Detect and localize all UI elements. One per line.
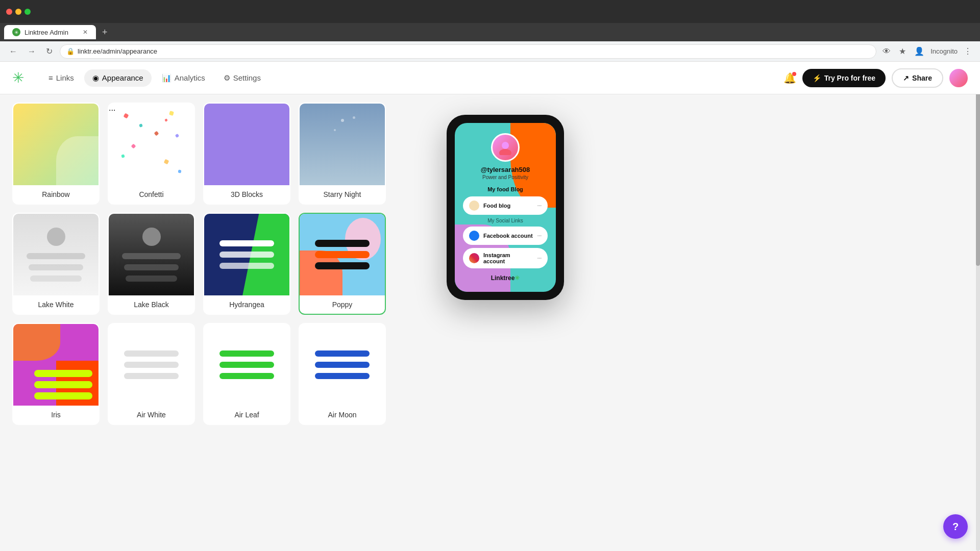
lake-white-preview <box>13 214 99 295</box>
theme-air-white[interactable]: Air White <box>108 323 195 425</box>
3dblocks-preview <box>204 104 289 185</box>
instagram-icon <box>469 253 479 263</box>
theme-3dblocks[interactable]: 3D Blocks <box>203 103 290 205</box>
user-avatar[interactable] <box>949 69 968 87</box>
lake-white-label: Lake White <box>13 295 99 314</box>
air-white-preview <box>109 324 194 406</box>
help-icon: ? <box>952 521 959 533</box>
nav-appearance[interactable]: ◉ Appearance <box>84 69 152 87</box>
forward-button[interactable]: → <box>24 45 39 58</box>
theme-rainbow[interactable]: Rainbow <box>12 103 100 205</box>
notification-button[interactable]: 🔔 <box>783 72 796 84</box>
nav-analytics[interactable]: 📊 Analytics <box>154 69 213 87</box>
confetti-label: Confetti <box>109 185 194 204</box>
settings-icon: ⚙ <box>224 73 230 83</box>
theme-lake-white[interactable]: Lake White <box>12 213 100 315</box>
phone-tagline: Power and Positivity <box>463 174 548 180</box>
poppy-label: Poppy <box>300 295 385 314</box>
url-text: linktr.ee/admin/appearance <box>78 47 157 55</box>
help-button[interactable]: ? <box>943 514 968 539</box>
phone-mockup: @tylersarah508 Power and Positivity My f… <box>447 115 564 300</box>
nav-appearance-label: Appearance <box>102 73 143 82</box>
air-leaf-preview <box>204 324 289 406</box>
svg-point-0 <box>502 142 509 149</box>
starry-preview <box>300 104 385 185</box>
air-white-label: Air White <box>109 406 194 424</box>
tab-close-button[interactable]: ✕ <box>83 29 88 36</box>
theme-starry[interactable]: Starry Night <box>299 103 386 205</box>
rainbow-preview <box>13 104 99 185</box>
hydrangea-label: Hydrangea <box>204 295 289 314</box>
food-blog-label: Food blog <box>483 203 510 209</box>
main-nav: ≡ Links ◉ Appearance 📊 Analytics ⚙ Setti… <box>40 69 269 87</box>
lake-black-label: Lake Black <box>109 295 194 314</box>
hydrangea-preview <box>204 214 289 295</box>
theme-lake-black[interactable]: Lake Black <box>108 213 195 315</box>
preview-panel: @tylersarah508 Power and Positivity My f… <box>398 94 612 551</box>
browser-tabs: ✳ Linktree Admin ✕ + <box>0 23 980 41</box>
menu-button[interactable]: ⋮ <box>962 44 974 58</box>
try-pro-label: Try Pro for free <box>824 74 875 82</box>
app-header: ✳ ≡ Links ◉ Appearance 📊 Analytics ⚙ Set… <box>0 62 980 94</box>
theme-iris[interactable]: Iris <box>12 323 100 425</box>
eye-off-button[interactable]: 👁 <box>880 45 893 58</box>
address-bar[interactable]: 🔒 linktr.ee/admin/appearance <box>60 44 876 59</box>
iris-preview <box>13 324 99 406</box>
reload-button[interactable]: ↻ <box>43 44 56 58</box>
phone-section-title: My food Blog <box>463 186 548 192</box>
share-icon: ↗ <box>903 74 909 82</box>
bookmark-button[interactable]: ★ <box>897 44 908 58</box>
active-tab[interactable]: ✳ Linktree Admin ✕ <box>4 25 96 39</box>
nav-settings[interactable]: ⚙ Settings <box>215 69 269 87</box>
theme-confetti[interactable]: Confetti <box>108 103 195 205</box>
nav-links[interactable]: ≡ Links <box>40 69 82 86</box>
theme-hydrangea[interactable]: Hydrangea <box>203 213 290 315</box>
phone-username: @tylersarah508 <box>463 166 548 173</box>
new-tab-button[interactable]: + <box>98 25 112 40</box>
phone-screen: @tylersarah508 Power and Positivity My f… <box>455 123 556 292</box>
iris-label: Iris <box>13 406 99 424</box>
scrollbar-track[interactable] <box>976 76 980 551</box>
theme-air-leaf[interactable]: Air Leaf <box>203 323 290 425</box>
scrollbar-thumb[interactable] <box>976 76 980 266</box>
svg-point-1 <box>499 149 511 155</box>
air-moon-preview <box>300 324 385 406</box>
3dblocks-label: 3D Blocks <box>204 185 289 204</box>
nav-analytics-label: Analytics <box>175 73 205 82</box>
theme-air-moon[interactable]: Air Moon <box>299 323 386 425</box>
poppy-preview <box>300 214 385 295</box>
tab-favicon: ✳ <box>12 28 20 36</box>
header-actions: 🔔 ⚡ Try Pro for free ↗ Share <box>783 68 968 88</box>
tab-title: Linktree Admin <box>24 29 68 36</box>
rainbow-label: Rainbow <box>13 185 99 204</box>
main-layout: Rainbow Confetti <box>0 94 980 551</box>
incognito-label: Incognito <box>930 47 958 55</box>
lightning-icon: ⚡ <box>813 74 821 82</box>
phone-facebook-link: Facebook account ··· <box>463 227 548 245</box>
links-icon: ≡ <box>48 73 53 82</box>
theme-poppy[interactable]: Poppy <box>299 213 386 315</box>
instagram-label: Instagram account <box>483 252 533 264</box>
starry-label: Starry Night <box>300 185 385 204</box>
profile-button[interactable]: 👤 <box>912 44 926 58</box>
try-pro-button[interactable]: ⚡ Try Pro for free <box>802 69 886 87</box>
phone-social-label: My Social Links <box>463 218 548 223</box>
phone-food-blog-link: Food blog ··· <box>463 196 548 215</box>
nav-settings-label: Settings <box>233 73 261 82</box>
linktree-asterisk: ✳ <box>514 274 520 282</box>
content-area: Rainbow Confetti <box>0 94 398 551</box>
facebook-icon <box>469 231 479 241</box>
back-button[interactable]: ← <box>6 45 20 58</box>
air-leaf-label: Air Leaf <box>204 406 289 424</box>
share-button[interactable]: ↗ Share <box>892 68 943 88</box>
logo[interactable]: ✳ <box>12 69 24 86</box>
notification-dot <box>792 72 796 76</box>
themes-grid: Rainbow Confetti <box>0 94 398 433</box>
browser-controls: ← → ↻ 🔒 linktr.ee/admin/appearance 👁 ★ 👤… <box>0 41 980 62</box>
facebook-label: Facebook account <box>483 233 533 239</box>
phone-avatar <box>491 133 520 162</box>
appearance-icon: ◉ <box>92 73 99 83</box>
share-label: Share <box>912 74 932 82</box>
phone-footer: Linktree✳ <box>463 274 548 282</box>
air-moon-label: Air Moon <box>300 406 385 424</box>
